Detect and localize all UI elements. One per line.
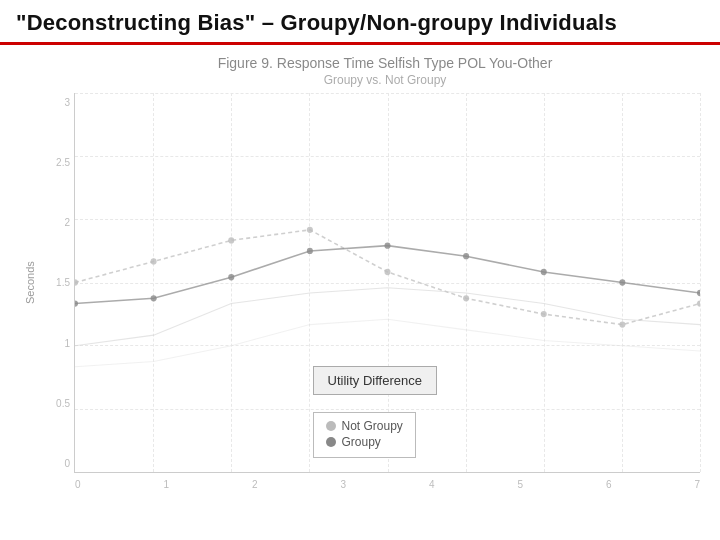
legend-label-groupy: Groupy: [342, 435, 381, 449]
x-axis-ticks: 0 1 2 3 4 5 6 7: [75, 479, 700, 490]
y-ticks: 3 2.5 2 1.5 1 0.5 0: [44, 93, 74, 473]
y-axis-label: Seconds: [20, 93, 40, 473]
y-tick: 2.5: [44, 157, 74, 168]
chart-container: Seconds 3 2.5 2 1.5 1 0.5 0: [20, 93, 700, 473]
tooltip-utility-difference: Utility Difference: [313, 366, 437, 395]
legend-label-not-groupy: Not Groupy: [342, 419, 403, 433]
figure-subtitle: Groupy vs. Not Groupy: [70, 73, 700, 87]
plot-area: 0 1 2 3 4 5 6 7 Utility Difference Not G…: [74, 93, 700, 473]
svg-point-0: [75, 279, 78, 285]
header: "Deconstructing Bias" – Groupy/Non-group…: [0, 0, 720, 45]
figure-title: Figure 9. Response Time Selfish Type POL…: [70, 55, 700, 71]
legend-item-not-groupy: Not Groupy: [326, 419, 403, 433]
svg-point-15: [541, 269, 547, 275]
x-tick: 0: [75, 479, 81, 490]
y-tick: 0.5: [44, 398, 74, 409]
y-tick: 2: [44, 217, 74, 228]
svg-point-14: [463, 253, 469, 259]
legend-item-groupy: Groupy: [326, 435, 403, 449]
x-tick: 1: [163, 479, 169, 490]
svg-point-3: [307, 227, 313, 233]
legend-dot-not-groupy: [326, 421, 336, 431]
legend-box: Not Groupy Groupy: [313, 412, 416, 458]
svg-point-4: [384, 269, 390, 275]
svg-point-11: [228, 274, 234, 280]
page-title: "Deconstructing Bias" – Groupy/Non-group…: [16, 10, 617, 35]
svg-point-6: [541, 311, 547, 317]
x-tick: 3: [340, 479, 346, 490]
chart-area: Figure 9. Response Time Selfish Type POL…: [0, 45, 720, 535]
svg-point-9: [75, 300, 78, 306]
svg-point-10: [151, 295, 157, 301]
svg-point-1: [151, 258, 157, 264]
svg-point-12: [307, 248, 313, 254]
svg-point-7: [619, 321, 625, 327]
svg-point-2: [228, 237, 234, 243]
svg-point-16: [619, 279, 625, 285]
svg-point-8: [697, 300, 700, 306]
svg-point-17: [697, 290, 700, 296]
legend-dot-groupy: [326, 437, 336, 447]
x-tick: 5: [517, 479, 523, 490]
y-tick: 1: [44, 338, 74, 349]
y-tick: 1.5: [44, 277, 74, 288]
x-tick: 6: [606, 479, 612, 490]
x-tick: 2: [252, 479, 258, 490]
svg-point-5: [463, 295, 469, 301]
x-tick: 7: [694, 479, 700, 490]
svg-point-13: [384, 242, 390, 248]
y-tick: 0: [44, 458, 74, 469]
y-tick: 3: [44, 97, 74, 108]
x-tick: 4: [429, 479, 435, 490]
